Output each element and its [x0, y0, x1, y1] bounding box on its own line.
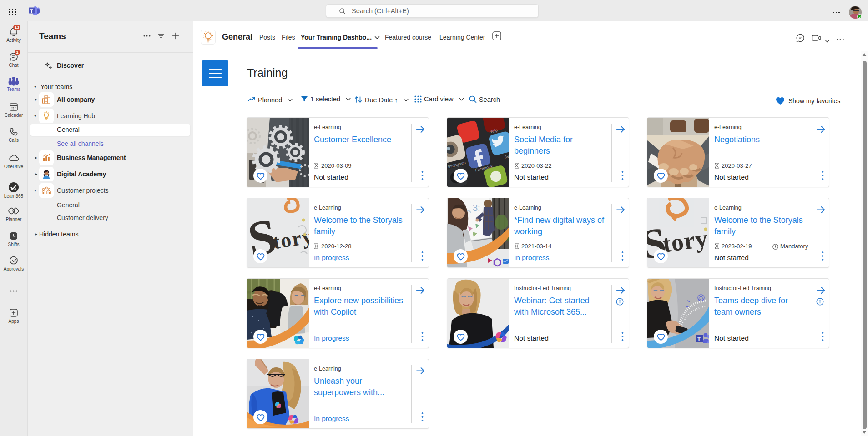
svg-text:T: T: [697, 336, 701, 342]
svg-text:3:: 3:: [473, 203, 480, 213]
